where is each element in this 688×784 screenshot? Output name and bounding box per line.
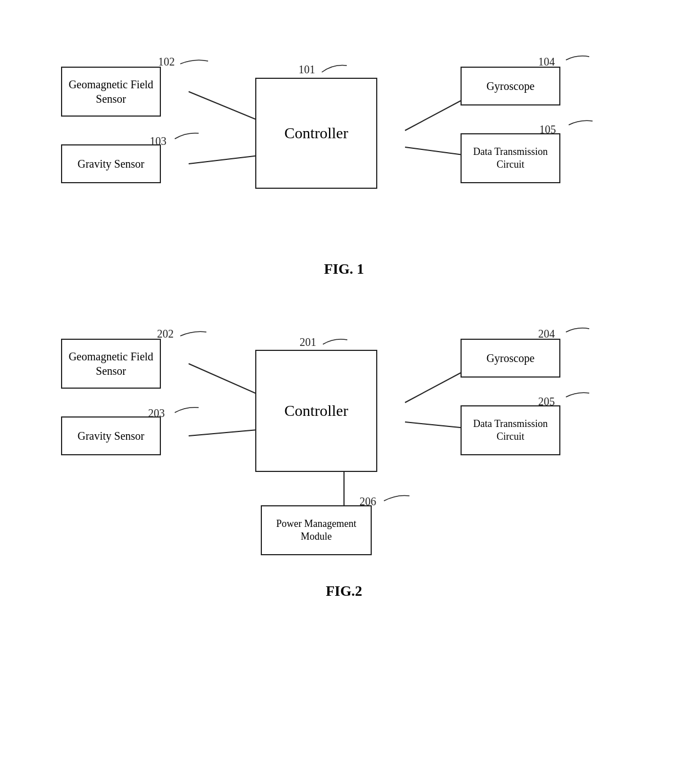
label-202: 202: [157, 328, 174, 340]
diagram-2: Geomagnetic Field Sensor 202 Gravity Sen…: [39, 311, 649, 566]
figure-1: Geomagnetic Field Sensor 102 Gravity Sen…: [39, 33, 649, 278]
fig2-caption: FIG.2: [39, 583, 649, 600]
data-tx-2: Data Transmission Circuit: [461, 405, 560, 455]
label-205: 205: [538, 395, 555, 408]
label-203: 203: [148, 407, 165, 420]
gravity-sensor-2: Gravity Sensor: [61, 416, 161, 455]
gyroscope-2: Gyroscope: [461, 339, 560, 378]
gravity-sensor-1: Gravity Sensor: [61, 144, 161, 183]
controller-2: Controller: [255, 350, 377, 472]
label-201: 201: [300, 336, 316, 349]
label-204: 204: [538, 328, 555, 340]
label-105: 105: [539, 123, 556, 136]
gyroscope-1: Gyroscope: [461, 67, 560, 105]
geomagnetic-sensor-1: Geomagnetic Field Sensor: [61, 67, 161, 117]
controller-1: Controller: [255, 78, 377, 189]
label-104: 104: [538, 56, 555, 68]
label-206: 206: [360, 495, 376, 508]
data-tx-1: Data Transmission Circuit: [461, 133, 560, 183]
geomagnetic-sensor-2: Geomagnetic Field Sensor: [61, 339, 161, 389]
fig1-caption: FIG. 1: [39, 261, 649, 278]
power-module-2: Power Management Module: [261, 505, 372, 555]
label-102: 102: [158, 56, 175, 68]
label-101: 101: [299, 63, 315, 76]
label-103: 103: [150, 135, 166, 148]
figure-2: Geomagnetic Field Sensor 202 Gravity Sen…: [39, 311, 649, 600]
diagram-1: Geomagnetic Field Sensor 102 Gravity Sen…: [39, 33, 649, 244]
